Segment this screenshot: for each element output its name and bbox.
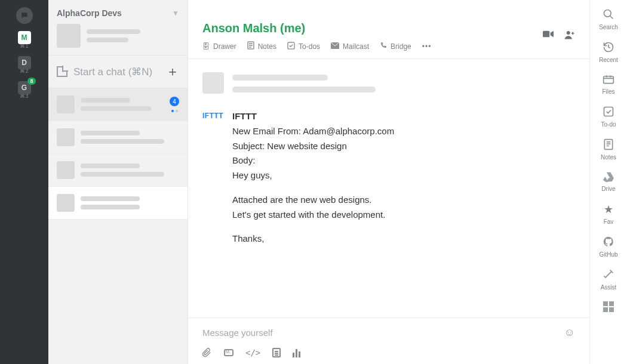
composer-input[interactable] (202, 328, 500, 338)
code-snippet-icon[interactable]: </> (245, 348, 260, 357)
avatar (202, 72, 224, 94)
rail-assist[interactable]: Assist (601, 269, 617, 291)
chat-list-item[interactable] (48, 121, 188, 154)
drawer-icon: 🗄 (202, 42, 210, 51)
message-line: New Email From: Adam@alphacorp.com (232, 124, 394, 139)
rail-label: Drive (601, 186, 615, 192)
svg-rect-7 (604, 107, 613, 116)
rail-label: Files (602, 88, 614, 95)
app-bar: M ⌘1 D ⌘2 G 8 ⌘3 (0, 0, 48, 364)
svg-point-5 (604, 10, 611, 17)
rail-drive[interactable]: Drive (601, 171, 615, 192)
conversation-pane: Anson Malsh (me) 🗄 Drawer Notes (188, 0, 589, 364)
chat-list-item[interactable] (48, 187, 188, 220)
todo-icon (603, 106, 614, 119)
compose-icon (57, 66, 67, 77)
workspace-letter: D (21, 58, 27, 67)
rail-github[interactable]: GitHub (599, 236, 617, 258)
avatar (57, 194, 75, 212)
rail-label: Notes (601, 154, 616, 161)
workspace-unread-badge: 8 (27, 78, 35, 85)
app-logo-icon[interactable] (16, 7, 33, 24)
workspace-switch-3[interactable]: G 8 ⌘3 (18, 81, 31, 99)
search-icon (603, 8, 614, 21)
message-line: Let's get started with the development. (232, 208, 394, 223)
tab-bridge[interactable]: Bridge (380, 42, 411, 51)
start-chat-button[interactable]: Start a chat (⌘N) ＋ (48, 55, 188, 88)
rail-label: Recent (599, 57, 618, 63)
chat-list-item[interactable] (48, 154, 188, 187)
mail-icon (331, 42, 339, 51)
markdown-icon[interactable] (224, 349, 233, 356)
chat-list-item[interactable]: 4 (48, 88, 188, 121)
emoji-picker-icon[interactable]: ☺ (564, 326, 575, 339)
add-user-icon[interactable] (564, 30, 575, 42)
rail-label: GitHub (599, 251, 617, 258)
rail-apps-grid[interactable] (603, 301, 614, 312)
rail-label: Assist (601, 284, 617, 291)
rail-label: To-do (601, 121, 616, 128)
rail-fav[interactable]: ★ Fav (604, 203, 614, 225)
tool-rail: Search Recent Files To-do Notes Drive ★ … (589, 0, 627, 364)
avatar (57, 161, 75, 179)
message-skeleton (202, 72, 575, 94)
github-icon (603, 236, 614, 249)
message-line: Subject: New website design (232, 139, 394, 154)
workspace-name: AlphaCorp Devs (57, 8, 122, 18)
message-list: IFTTT IFTTT New Email From: Adam@alphaco… (188, 59, 589, 317)
message-line: Thanks, (232, 232, 394, 246)
tab-label: To-dos (299, 42, 320, 51)
chat-sidebar: AlphaCorp Devs ▼ Start a chat (⌘N) ＋ 4 (48, 0, 188, 364)
rail-label: Fav (604, 218, 614, 225)
rail-search[interactable]: Search (599, 8, 618, 30)
ifttt-logo-icon: IFTTT (202, 109, 223, 120)
conversation-header: Anson Malsh (me) 🗄 Drawer Notes (188, 0, 589, 59)
chevron-down-icon: ▼ (172, 9, 179, 17)
avatar (57, 95, 75, 113)
plus-icon[interactable]: ＋ (166, 63, 179, 81)
drive-icon (603, 171, 614, 183)
chat-list: 4 (48, 88, 188, 364)
poll-icon[interactable] (293, 348, 300, 357)
video-call-icon[interactable] (543, 30, 554, 42)
notes-icon (603, 138, 614, 152)
tab-label: Bridge (391, 42, 411, 51)
more-tabs-button[interactable]: ••• (422, 42, 432, 51)
rail-recent[interactable]: Recent (599, 41, 618, 63)
history-icon (603, 41, 614, 54)
tab-label: Notes (258, 42, 276, 51)
tab-todos[interactable]: To-dos (287, 42, 320, 51)
message-ifttt: IFTTT IFTTT New Email From: Adam@alphaco… (202, 109, 575, 246)
unread-badge: 4 (170, 97, 179, 106)
attachment-icon[interactable] (202, 347, 212, 358)
tab-label: Mailcast (343, 42, 369, 51)
start-chat-label: Start a chat (⌘N) (73, 66, 152, 78)
rail-files[interactable]: Files (602, 74, 614, 95)
conversation-tabs: 🗄 Drawer Notes To-dos Mailcast (202, 41, 575, 51)
workspace-switch-2[interactable]: D ⌘2 (18, 56, 31, 74)
tab-mailcast[interactable]: Mailcast (331, 42, 369, 51)
workspace-letter: M (21, 33, 27, 42)
rail-label: Search (599, 24, 618, 30)
rail-notes[interactable]: Notes (601, 138, 616, 161)
check-icon (287, 42, 295, 51)
message-body: IFTTT New Email From: Adam@alphacorp.com… (232, 109, 394, 246)
tab-drawer[interactable]: 🗄 Drawer (202, 42, 236, 51)
message-line: Attached are the new web designs. (232, 193, 394, 208)
message-sender: IFTTT (232, 109, 394, 124)
message-line: Hey guys, (232, 168, 394, 183)
avatar (57, 128, 75, 146)
conversation-title: Anson Malsh (me) (202, 21, 575, 35)
message-composer: ☺ </> (188, 317, 589, 364)
svg-rect-6 (604, 76, 614, 84)
message-line: Body: (232, 153, 394, 168)
notes-icon (247, 41, 254, 51)
workspace-header[interactable]: AlphaCorp Devs ▼ (48, 0, 188, 21)
workspace-switch-1[interactable]: M ⌘1 (18, 31, 31, 49)
magic-wand-icon (603, 269, 614, 282)
document-icon[interactable] (272, 348, 281, 357)
rail-todo[interactable]: To-do (601, 106, 616, 128)
tab-notes[interactable]: Notes (247, 41, 276, 51)
tab-label: Drawer (213, 42, 236, 51)
apps-grid-icon (603, 301, 614, 312)
